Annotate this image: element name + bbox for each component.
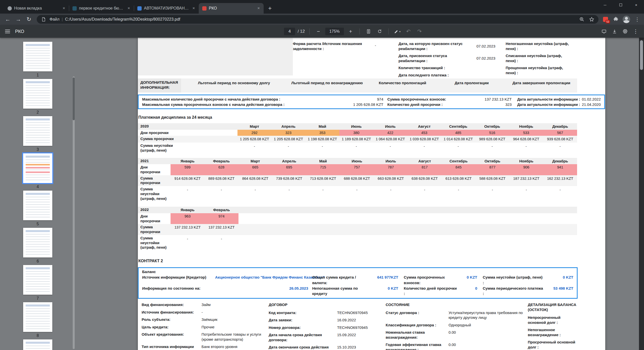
tab-title: РКО <box>209 6 254 11</box>
browser-tab[interactable]: Новая вкладка × <box>4 3 69 14</box>
table-penalty-row: Сумма неустойки (штраф, пеня) -- <box>138 235 577 251</box>
present-icon[interactable] <box>600 27 608 36</box>
page-thumbnail-item[interactable]: 4 <box>23 153 52 189</box>
page-thumbnail-item[interactable] <box>23 339 52 350</box>
zoom-page-icon[interactable] <box>578 16 586 23</box>
forward-button[interactable]: → <box>14 15 23 24</box>
main-scrollbar[interactable] <box>639 38 644 350</box>
browser-tab[interactable]: первое кредитное бюро - По... × <box>69 3 134 14</box>
extension-badge: 53 <box>606 20 610 23</box>
tabs-container: Новая вкладка × первое кредитное бюро - … <box>4 3 264 14</box>
page-thumbnail[interactable] <box>23 265 52 295</box>
page-number-input[interactable] <box>284 28 295 35</box>
field-value: TECHNO6970945 <box>335 310 382 315</box>
zoom-out-button[interactable]: − <box>314 27 323 36</box>
annotate-pen-icon[interactable]: ▾ <box>393 27 402 36</box>
field-value: - <box>199 310 265 315</box>
browser-tab[interactable]: РКО × <box>199 3 264 14</box>
page-thumbnail[interactable] <box>23 302 52 332</box>
days-cell: 628 <box>205 164 238 175</box>
field-label: Сумма неустойки (штраф, пеня) : <box>483 275 544 286</box>
zoom-in-button[interactable]: + <box>346 27 355 36</box>
window-maximize-button[interactable] <box>613 0 628 10</box>
table-penalty-row: Сумма неустойки (штраф, пеня) ---------- <box>138 143 577 154</box>
field-value: Однородный <box>446 323 523 328</box>
field-value: Прочие <box>199 325 265 330</box>
page-thumbnail-number: 1 <box>37 73 39 77</box>
omnibox[interactable]: Файл | C:/Users/Asus/Downloads/Telegram%… <box>37 15 598 24</box>
main-scrollbar-thumb[interactable] <box>640 40 643 70</box>
window-close-button[interactable]: × <box>628 0 644 10</box>
window-minimize-button[interactable]: ─ <box>597 0 613 10</box>
zoom-level-value[interactable]: 175% <box>325 28 344 35</box>
tab-close-icon[interactable]: × <box>61 6 66 11</box>
field-label: Дата последнего платежа : <box>398 73 474 78</box>
adblock-extension-icon[interactable]: 53 <box>602 16 609 23</box>
days-cell: 845 <box>441 164 475 175</box>
row-label: Сумма просрочки <box>138 224 171 235</box>
page-thumbnail-item[interactable]: 6 <box>23 228 52 264</box>
page-thumbnail-item[interactable]: 1 <box>23 42 52 77</box>
fit-page-icon[interactable] <box>364 27 373 36</box>
tab-close-icon[interactable]: × <box>126 6 131 11</box>
field-value: 137 232.13 KZT <box>462 97 512 102</box>
redo-icon[interactable]: ↷ <box>415 27 424 36</box>
browser-tab[interactable]: АВТОМАТИЗИРОВАННАЯ ИН... × <box>134 3 199 14</box>
month-header: Сентябрь <box>441 158 475 164</box>
month-header: Март <box>238 158 272 164</box>
overdue-cell: 1 064 628.08 KZT <box>373 136 407 143</box>
url-text: C:/Users/Asus/Downloads/Telegram%20Deskt… <box>65 17 576 22</box>
field-label: Тип источника информации (кредитора): <box>142 344 199 350</box>
table-year-row: 2020 МартАпрельМайИюньИюльАвгустСентябрь… <box>138 123 577 130</box>
reload-button[interactable]: ↻ <box>24 15 34 24</box>
tab-close-icon[interactable]: × <box>256 6 261 11</box>
back-button[interactable]: ← <box>3 15 13 24</box>
field-value <box>579 315 582 325</box>
month-header: Май <box>306 158 340 164</box>
page-thumbnail[interactable] <box>23 153 52 183</box>
penalty-cell: - <box>441 143 475 154</box>
new-tab-button[interactable]: + <box>266 4 274 13</box>
additional-info-header: Количество пролонгаций <box>367 81 438 93</box>
undo-icon[interactable]: ↶ <box>404 27 413 36</box>
profile-avatar[interactable] <box>623 16 630 23</box>
month-header: Ноябрь <box>509 123 543 130</box>
page-thumbnail-item[interactable]: 7 <box>23 265 52 301</box>
sidebar-scrollbar[interactable] <box>73 76 75 349</box>
field-value: Акционерное общество "Банк Фридом Финанс… <box>215 275 308 286</box>
overdue-cell: 1 205 628.08 KZT <box>271 136 305 143</box>
penalty-cell: - <box>408 186 442 202</box>
pdf-menu-icon[interactable]: ⋮ <box>631 27 640 36</box>
browser-menu-icon[interactable]: ⋮ <box>633 16 641 23</box>
field-value: 1 205 628.08 KZT <box>344 102 383 107</box>
rotate-icon[interactable] <box>375 27 384 36</box>
page-thumbnail-item[interactable]: 5 <box>23 191 52 226</box>
page-thumbnail-item[interactable]: 3 <box>23 116 52 152</box>
penalty-cell: - <box>340 186 374 202</box>
page-thumbnail[interactable] <box>23 42 52 71</box>
field-value: 0 <box>457 286 477 297</box>
page-thumbnail[interactable] <box>23 116 52 146</box>
page-thumbnail[interactable] <box>23 228 52 257</box>
month-header: Январь <box>171 207 205 213</box>
field-label: Дата, на которую присвоен статус реабили… <box>398 41 474 51</box>
download-icon[interactable] <box>610 27 619 36</box>
page-thumbnail[interactable] <box>23 339 52 350</box>
menu-hamburger-icon[interactable] <box>5 30 10 33</box>
page-thumbnail-number: 3 <box>37 147 39 152</box>
page-thumbnail[interactable] <box>23 191 52 220</box>
page-thumbnail-item[interactable]: 8 <box>23 302 52 338</box>
penalty-cell: - <box>171 235 205 251</box>
field-label: Номинальная ставка вознаграждения: <box>386 330 446 340</box>
sidebar-scrollbar-thumb[interactable] <box>73 77 75 120</box>
field-value: 0.00 <box>446 330 523 340</box>
page-thumbnail-item[interactable]: 2 <box>23 79 52 115</box>
column-header: СОСТОЯНИЕ <box>386 302 451 307</box>
extensions-puzzle-icon[interactable] <box>612 16 619 23</box>
pen-dropdown-caret-icon[interactable]: ▾ <box>399 30 400 33</box>
page-thumbnail[interactable] <box>23 79 52 109</box>
print-icon[interactable] <box>621 27 629 36</box>
bookmark-star-icon[interactable] <box>588 16 595 23</box>
field-label: Непросроченный основной долг : <box>528 315 579 325</box>
tab-close-icon[interactable]: × <box>191 6 196 11</box>
